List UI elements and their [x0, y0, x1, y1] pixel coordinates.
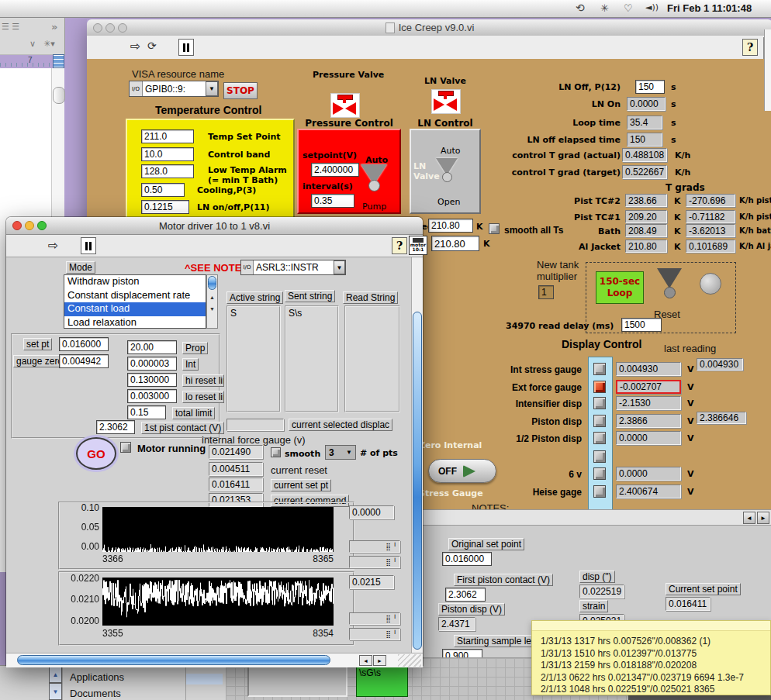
pist-contact-field[interactable]: 2.3062 — [96, 420, 135, 434]
first-contact-field[interactable]: 2.3062 — [445, 588, 486, 602]
hi-reset-field[interactable]: 0.130000 — [127, 373, 177, 387]
list-style-icon[interactable]: ☰ ☰ — [2, 22, 19, 32]
scrollbar-thumb[interactable] — [53, 87, 65, 104]
new-tank-field[interactable]: 1 — [538, 285, 554, 299]
visa-dropdown-arrow[interactable]: ▼ — [206, 81, 218, 96]
hscroll-left-button[interactable]: ◄ — [359, 655, 372, 666]
loop-150sec-button[interactable]: 150-sec Loop — [596, 271, 644, 304]
close-button[interactable] — [93, 23, 102, 33]
control-band-field[interactable]: 10.0 — [141, 147, 194, 161]
bluetooth-icon[interactable]: ✳ — [600, 2, 609, 14]
motor-visa-dropdown-arrow[interactable]: ▼ — [334, 260, 345, 274]
pist-contact-spinner[interactable] — [87, 420, 95, 434]
lo-reset-spinner[interactable] — [118, 389, 126, 403]
motor-visa-combo[interactable]: I/O ASRL3::INSTR ▼ — [240, 260, 346, 275]
ruler-tab-widget[interactable] — [53, 54, 64, 68]
total-limit-field[interactable]: 0.15 — [127, 405, 166, 419]
set-pt-field[interactable]: 0.016000 — [59, 337, 109, 351]
low-temp-alarm-spinner[interactable] — [132, 164, 140, 178]
prop-field[interactable]: 20.00 — [127, 340, 177, 354]
scroll-up-button[interactable]: ▲ — [49, 666, 62, 683]
first-contact-spinner[interactable] — [436, 588, 444, 602]
control-band-spinner[interactable] — [132, 147, 140, 161]
mode-listbox[interactable]: Withdraw piston Constant displacement ra… — [64, 274, 206, 329]
set-pt-spinner[interactable] — [50, 337, 58, 351]
overflow-chevron-icon[interactable]: » — [51, 21, 57, 33]
reset-knob[interactable] — [657, 268, 682, 288]
sticky-note[interactable]: 1/31/13 1317 hrs 0.007526"/0.008362 (1) … — [531, 620, 771, 695]
force-strip-chart[interactable] — [102, 578, 334, 626]
volume-icon[interactable]: ◄)) — [645, 2, 659, 12]
temp-setpoint-spinner[interactable] — [132, 129, 140, 143]
new-tank-spinner[interactable] — [529, 285, 538, 299]
time-machine-icon[interactable]: ⟲ — [576, 2, 585, 14]
pause-button[interactable] — [178, 39, 194, 56]
temp-setpoint-field[interactable]: 211.0 — [141, 129, 194, 143]
read-delay-field[interactable]: 1500 — [621, 318, 662, 332]
int-field[interactable]: 0.000003 — [127, 357, 177, 371]
smooth-checkbox[interactable] — [271, 447, 281, 457]
motor-hscrollbar[interactable]: ◄ ► — [6, 653, 423, 667]
loop-led[interactable] — [700, 273, 721, 295]
intensifier-button[interactable] — [593, 397, 606, 409]
gauge-zero-spinner[interactable] — [50, 354, 58, 368]
run-icon[interactable]: ⇨ — [48, 238, 58, 253]
total-limit-spinner[interactable] — [118, 405, 126, 419]
gear-icon[interactable]: ✳▾ — [43, 39, 55, 49]
lo-reset-field[interactable]: 0.003000 — [127, 389, 177, 403]
mode-item-const-disp-rate[interactable]: Constant displacement rate — [64, 289, 206, 303]
setpoint-spinner[interactable] — [302, 163, 310, 177]
pause-button[interactable] — [81, 237, 96, 254]
menu-bar-clock[interactable]: Fri Feb 1 11:01:48 — [667, 2, 752, 14]
graph-palette-box[interactable]: ⣿ ╵ — [349, 540, 400, 553]
hi-reset-spinner[interactable] — [118, 373, 126, 387]
original-setpoint-spinner[interactable] — [433, 552, 441, 566]
gauge-zero-field[interactable]: 0.004942 — [59, 354, 109, 368]
dropdown-caret-icon[interactable]: ∨ — [29, 39, 36, 49]
vscrollbar-thumb[interactable] — [413, 312, 422, 650]
chat-bubble-icon[interactable]: ♡ — [624, 2, 633, 14]
mode-item-load-relaxation[interactable]: Load relaxation — [64, 316, 206, 330]
ln-off-field[interactable]: 150 — [635, 80, 665, 94]
go-button[interactable]: GO — [76, 437, 116, 470]
close-button[interactable] — [12, 221, 22, 230]
cooling-field[interactable]: 0.50 — [141, 183, 185, 197]
piston-disp-button[interactable] — [593, 415, 606, 427]
hscroll-right-button[interactable]: ► — [373, 655, 386, 666]
mode-item-constant-load[interactable]: Constant load — [64, 302, 206, 316]
zoom-button[interactable] — [118, 23, 127, 33]
finder-item-documents[interactable]: Documents — [70, 688, 121, 699]
motor-running-checkbox[interactable] — [120, 442, 131, 453]
scroll-down-button[interactable]: ▼ — [49, 683, 62, 700]
half-piston-button[interactable] — [593, 432, 606, 444]
sticky-note-header[interactable] — [532, 621, 770, 631]
run-icon[interactable]: ⇨ — [130, 39, 140, 53]
original-setpoint-field[interactable]: 0.016000 — [442, 552, 492, 566]
interval-spinner[interactable] — [302, 194, 310, 208]
low-temp-alarm-field[interactable]: 128.0 — [141, 164, 194, 178]
mode-scroll-down-icon[interactable]: ▼ — [207, 306, 217, 312]
mode-scroll-up-icon[interactable]: ▲ — [207, 295, 217, 300]
mode-scrollbar-thumb[interactable] — [208, 276, 216, 290]
resize-grip[interactable] — [398, 654, 421, 667]
prop-spinner[interactable] — [118, 340, 126, 354]
command-strip-chart[interactable] — [102, 507, 334, 552]
active-string-box[interactable]: S — [226, 305, 281, 412]
cooling-spinner[interactable] — [132, 183, 140, 197]
graph-palette-box[interactable]: ⣿ ╵ — [349, 612, 400, 625]
ln-off-spinner[interactable] — [627, 80, 635, 94]
mode-item-withdraw[interactable]: Withdraw piston — [64, 275, 206, 289]
stop-button[interactable]: STOP — [223, 82, 258, 99]
sent-string-box[interactable]: S\s — [285, 305, 339, 412]
read-string-box[interactable] — [344, 305, 400, 412]
context-help-button[interactable]: ? — [392, 237, 407, 254]
ice-scroll-left-button[interactable]: ◄ — [743, 512, 755, 524]
interval-field[interactable]: 0.35 — [311, 194, 354, 208]
setpoint-field[interactable]: 2.400000 — [311, 163, 359, 177]
mode-scrollbar[interactable]: ▲ ▼ — [206, 274, 218, 329]
zoom-button[interactable] — [37, 221, 47, 230]
minimize-button[interactable] — [25, 221, 34, 230]
int-spinner[interactable] — [118, 357, 126, 371]
motor-titlebar[interactable]: Motor driver 10 to 1 v8.vi — [6, 217, 423, 235]
ext-force-button[interactable] — [593, 381, 606, 393]
